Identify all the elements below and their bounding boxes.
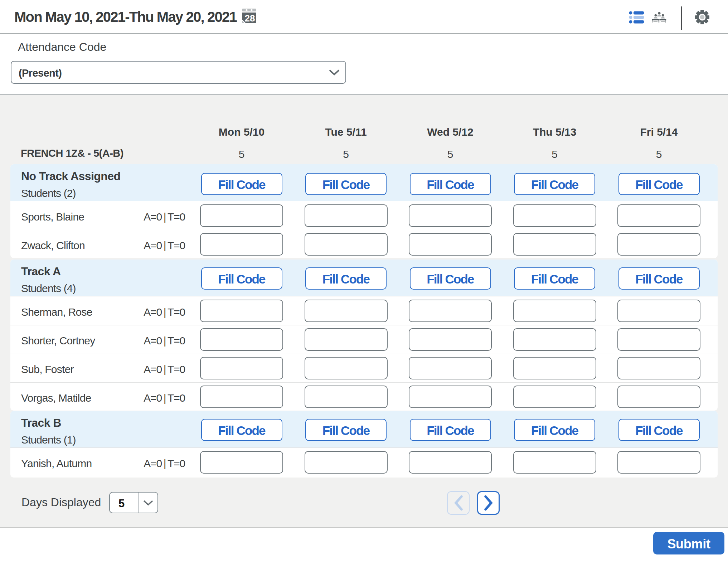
svg-text:28: 28: [245, 13, 255, 24]
